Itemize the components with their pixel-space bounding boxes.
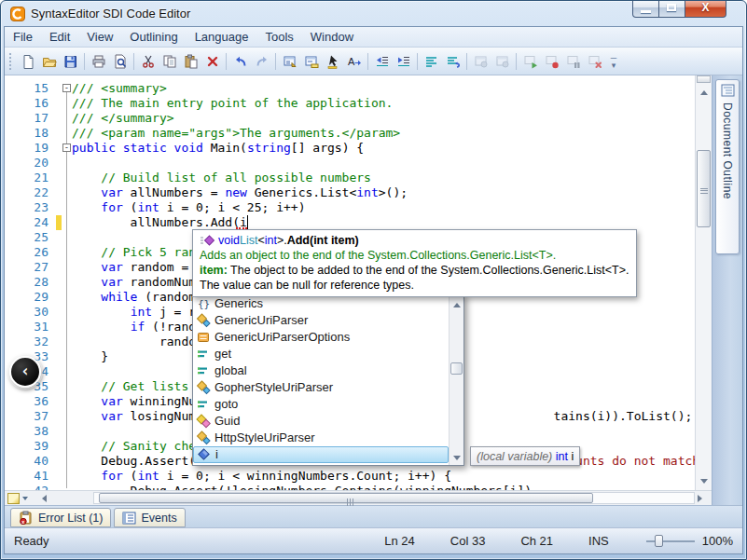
- zoom-slider[interactable]: [646, 534, 695, 549]
- document-outline-tab[interactable]: Document Outline: [715, 79, 740, 254]
- toolbar-overflow-button[interactable]: ─▾: [607, 54, 620, 69]
- scroll-down-button[interactable]: [450, 451, 463, 464]
- scroll-left-button[interactable]: [38, 495, 47, 502]
- member-list-button[interactable]: [279, 51, 300, 72]
- code-line-24[interactable]: 24 allNumbers.Add(i: [5, 215, 695, 230]
- completion-scrollbar[interactable]: [449, 295, 463, 465]
- completion-item-global[interactable]: global: [193, 362, 449, 379]
- maximize-button[interactable]: [658, 0, 685, 18]
- scroll-right-button[interactable]: [696, 491, 712, 505]
- macro-record-button[interactable]: [541, 51, 562, 72]
- macro-pause-button[interactable]: [562, 51, 584, 72]
- code-line-42[interactable]: 42 Debug.Assert(!losingNumbers.Contains(…: [5, 484, 695, 490]
- completion-item-genericuriparser[interactable]: GenericUriParser: [193, 312, 449, 329]
- scroll-thumb[interactable]: [697, 150, 711, 227]
- scroll-options-button[interactable]: [5, 492, 36, 505]
- code-line-15[interactable]: 15-/// <summary>: [5, 81, 695, 96]
- toolbar: A─▾: [5, 48, 742, 75]
- view-code-button[interactable]: [470, 51, 491, 72]
- parameter-info-button[interactable]: [300, 51, 322, 72]
- cut-button[interactable]: [137, 51, 159, 72]
- paste-button[interactable]: [180, 51, 201, 72]
- print-preview-button[interactable]: [109, 51, 131, 72]
- scroll-down-button[interactable]: [697, 474, 711, 489]
- menu-view[interactable]: View: [78, 28, 121, 46]
- print-preview-icon: [113, 54, 128, 69]
- view-designer-button[interactable]: [491, 51, 513, 72]
- line-number: 23: [5, 200, 55, 215]
- delete-icon: [205, 54, 220, 69]
- scroll-track[interactable]: [93, 492, 695, 504]
- code-line-21[interactable]: 21 // Build list of all possible numbers: [5, 171, 695, 185]
- editor-wrap: 15-/// <summary>16/// The main entry poi…: [5, 75, 742, 505]
- tab-events[interactable]: Events: [114, 508, 185, 527]
- app-icon: [10, 7, 25, 21]
- code-line-23[interactable]: 23 for (int i = 0; i < 25; i++): [5, 200, 695, 215]
- slider-thumb[interactable]: [655, 535, 663, 547]
- close-button[interactable]: X: [685, 0, 726, 18]
- convert-case-button[interactable]: A: [343, 51, 365, 72]
- code-line-19[interactable]: 19-public static void Main(string[] args…: [5, 141, 695, 156]
- scroll-up-button[interactable]: [450, 296, 463, 309]
- selection-mode-button[interactable]: [322, 51, 343, 72]
- outdent-button[interactable]: [371, 51, 393, 72]
- new-file-button[interactable]: [17, 51, 38, 72]
- note-icon: [7, 493, 20, 504]
- menu-file[interactable]: File: [5, 28, 41, 46]
- completion-item-generics[interactable]: {}Generics: [193, 295, 449, 312]
- minimize-button[interactable]: [632, 0, 659, 18]
- code-line-17[interactable]: 17/// </summary>: [5, 111, 695, 126]
- splitter-grip[interactable]: [697, 75, 711, 83]
- close-icon: X: [701, 1, 709, 14]
- class-icon: [196, 313, 212, 328]
- code-line-22[interactable]: 22 var allNumbers = new Generics.List<in…: [5, 185, 695, 200]
- menu-tools[interactable]: Tools: [256, 28, 301, 46]
- code-line-16[interactable]: 16/// The main entry point of the applic…: [5, 96, 695, 111]
- undo-button[interactable]: [229, 51, 251, 72]
- fold-toggle[interactable]: -: [62, 84, 71, 92]
- format-document-button[interactable]: [442, 51, 463, 72]
- toolbar-separator: [417, 53, 418, 70]
- flyout-back-button[interactable]: ‹: [9, 356, 41, 388]
- code-line-18[interactable]: 18/// <param name="args">The arguments.<…: [5, 126, 695, 141]
- completion-list[interactable]: {}GenericsGenericUriParserGenericUriPars…: [192, 294, 464, 466]
- save-file-button[interactable]: [60, 51, 81, 72]
- print-button[interactable]: [88, 51, 109, 72]
- completion-item-genericuriparseroptions[interactable]: GenericUriParserOptions: [193, 329, 449, 346]
- triangle-down-icon: [453, 456, 461, 464]
- code-editor[interactable]: 15-/// <summary>16/// The main entry poi…: [5, 75, 712, 490]
- line-number: 25: [5, 230, 55, 245]
- format-selection-button[interactable]: [421, 51, 442, 72]
- scroll-thumb[interactable]: [99, 493, 593, 503]
- editor-hscrollbar[interactable]: [5, 490, 712, 505]
- macro-run-button[interactable]: [519, 51, 541, 72]
- menu-language[interactable]: Language: [187, 28, 257, 46]
- completion-item-httpstyleuriparser[interactable]: HttpStyleUriParser: [193, 430, 449, 446]
- delete-button[interactable]: [201, 51, 223, 72]
- completion-item-gopherstyleuriparser[interactable]: GopherStyleUriParser: [193, 379, 449, 396]
- indent-button[interactable]: [393, 51, 414, 72]
- completion-item-get[interactable]: get: [193, 346, 449, 362]
- redo-button[interactable]: [251, 51, 272, 72]
- open-file-button[interactable]: [38, 51, 60, 72]
- scroll-thumb[interactable]: [450, 362, 463, 375]
- menu-window[interactable]: Window: [302, 28, 362, 46]
- tab-error-list[interactable]: x Error List (1): [10, 508, 111, 527]
- code-line-41[interactable]: 41 for (int i = 0; i < winningNumbers.Co…: [5, 469, 695, 484]
- completion-item-goto[interactable]: goto: [193, 396, 449, 413]
- menu-outlining[interactable]: Outlining: [121, 28, 186, 46]
- editor-vscrollbar[interactable]: [695, 75, 712, 490]
- thumb-grip: [698, 186, 710, 195]
- title-bar[interactable]: SyntaxEditor SDI Code Editor X: [4, 1, 743, 26]
- menu-edit[interactable]: Edit: [41, 28, 78, 46]
- bottom-tab-strip: x Error List (1) Events: [5, 505, 742, 527]
- copy-button[interactable]: [159, 51, 180, 72]
- completion-item-i[interactable]: i: [193, 446, 449, 463]
- fold-toggle[interactable]: -: [62, 143, 71, 152]
- scroll-up-button[interactable]: [697, 84, 711, 99]
- line-number: 19: [5, 141, 55, 156]
- macro-stop-button[interactable]: [584, 51, 605, 72]
- code-line-20[interactable]: 20: [5, 156, 695, 171]
- completion-item-guid[interactable]: Guid: [193, 413, 449, 430]
- local-icon: [197, 447, 213, 462]
